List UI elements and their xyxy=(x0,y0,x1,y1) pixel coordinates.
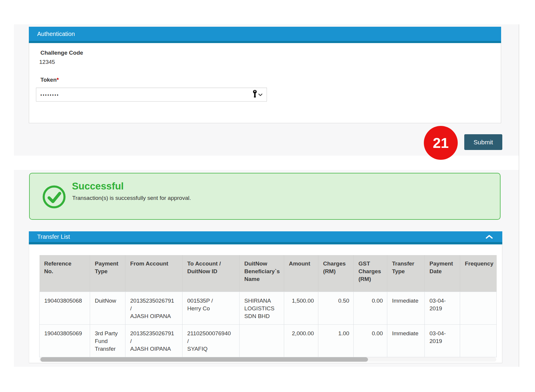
token-label: Token* xyxy=(40,77,501,83)
transfer-list-title: Transfer List xyxy=(37,233,70,240)
table-cell: 03-04- 2019 xyxy=(425,292,460,324)
chevron-up-icon[interactable] xyxy=(484,234,494,240)
table-cell: 190403805069 xyxy=(40,324,90,357)
table-row: 190403805068DuitNow20135235026791 / AJAS… xyxy=(40,292,497,324)
chevron-down-icon xyxy=(258,92,262,97)
challenge-code-label: Challenge Code xyxy=(40,50,501,56)
table-cell xyxy=(240,324,284,357)
table-cell: 190403805068 xyxy=(40,292,90,324)
check-circle-icon xyxy=(42,184,67,211)
success-alert: Successful Transaction(s) is successfull… xyxy=(29,173,501,220)
key-icon xyxy=(252,90,257,100)
table-cell: DuitNow xyxy=(90,292,125,324)
column-header: Reference No. xyxy=(40,255,90,292)
table-cell: SHIRIANA LOGISTICS SDN BHD xyxy=(240,292,284,324)
table-cell: 0.50 xyxy=(318,292,354,324)
column-header: Transfer Type xyxy=(387,255,425,292)
page: Authentication Challenge Code 12345 Toke… xyxy=(0,0,535,392)
table-cell: 001535P / Herry Co xyxy=(182,292,240,324)
table-cell: 03-04- 2019 xyxy=(425,324,460,357)
column-header: Payment Date xyxy=(425,255,460,292)
table-cell: 20135235026791 / AJASH OIPANA xyxy=(125,324,182,357)
authentication-panel: Authentication Challenge Code 12345 Toke… xyxy=(29,27,501,123)
horizontal-scrollbar-thumb[interactable] xyxy=(40,357,368,362)
table-cell: 1,500.00 xyxy=(284,292,318,324)
challenge-code-value: 12345 xyxy=(39,59,501,65)
result-section: Successful Transaction(s) is successfull… xyxy=(14,170,519,367)
table-cell xyxy=(460,292,497,324)
authentication-panel-body: Challenge Code 12345 Token* •••••••• xyxy=(29,43,501,102)
transfer-table: Reference No.Payment TypeFrom AccountTo … xyxy=(39,255,497,357)
authentication-panel-title: Authentication xyxy=(37,31,75,37)
transfer-table-body: 190403805068DuitNow20135235026791 / AJAS… xyxy=(40,292,497,357)
transfer-table-wrapper: Reference No.Payment TypeFrom AccountTo … xyxy=(39,255,496,357)
column-header: Payment Type xyxy=(90,255,125,292)
column-header: GST Charges (RM) xyxy=(354,255,387,292)
table-cell: 0.00 xyxy=(354,324,387,357)
table-row: 1904038050693rd Party Fund Transfer20135… xyxy=(40,324,497,357)
column-header: From Account xyxy=(125,255,182,292)
required-asterisk: * xyxy=(57,77,59,83)
table-cell: Immediate xyxy=(387,324,425,357)
table-cell: 21102500076940 / SYAFIQ xyxy=(182,324,240,357)
column-header: Charges (RM) xyxy=(318,255,354,292)
column-header: To Account / DuitNow ID xyxy=(182,255,240,292)
table-cell: 0.00 xyxy=(354,292,387,324)
step-annotation-badge: 21 xyxy=(424,126,458,160)
transfer-list-header: Transfer List xyxy=(29,231,502,244)
success-title: Successful xyxy=(72,181,124,192)
column-header: Frequency xyxy=(460,255,497,292)
success-message: Transaction(s) is successfully sent for … xyxy=(72,195,191,201)
table-cell xyxy=(460,324,497,357)
column-header: Amount xyxy=(284,255,318,292)
table-cell: 1.00 xyxy=(318,324,354,357)
submit-button[interactable]: Submit xyxy=(464,134,502,150)
table-cell: 3rd Party Fund Transfer xyxy=(90,324,125,357)
transfer-table-head-row: Reference No.Payment TypeFrom AccountTo … xyxy=(40,255,497,292)
table-cell: 2,000.00 xyxy=(284,324,318,357)
page-scroll-edge xyxy=(519,24,519,367)
column-header: DuitNow Beneficiary`s Name xyxy=(240,255,284,292)
table-cell: Immediate xyxy=(387,292,425,324)
transfer-list-panel: Transfer List Reference No xyxy=(29,231,502,363)
token-field-icons[interactable] xyxy=(252,90,262,100)
authentication-panel-header: Authentication xyxy=(29,27,501,43)
table-cell: 20135235026791 / AJASH OIPANA xyxy=(125,292,182,324)
token-input[interactable]: •••••••• xyxy=(36,88,267,102)
token-masked-value: •••••••• xyxy=(40,93,252,97)
